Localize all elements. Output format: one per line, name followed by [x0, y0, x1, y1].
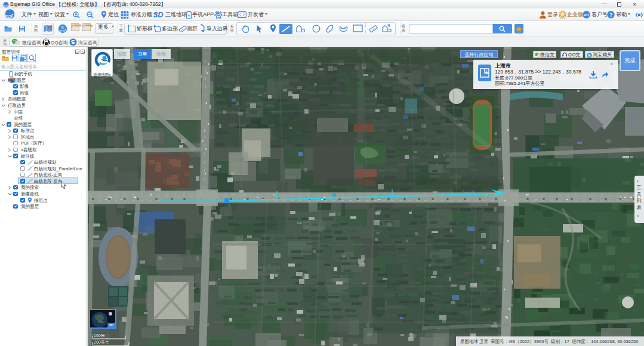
svg-text:?: ?: [609, 12, 612, 18]
svg-text:BUY: BUY: [584, 14, 590, 17]
